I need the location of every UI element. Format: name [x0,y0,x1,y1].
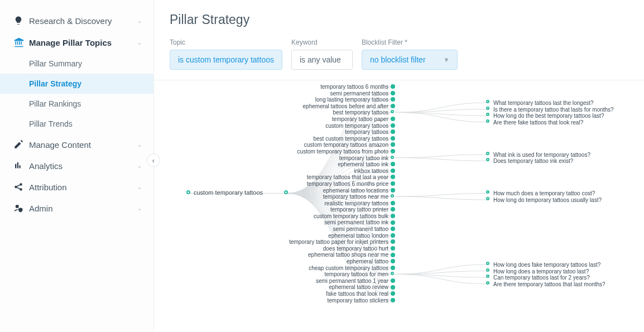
tree-visualization[interactable]: custom temporary tattoostemporary tattoo… [170,80,628,320]
svg-point-3 [16,205,19,208]
nav-attribution[interactable]: Attribution⌄ [0,176,153,198]
mid-node-dot[interactable] [391,220,395,225]
leaf-node-dot[interactable] [486,262,489,265]
mid-node-dot[interactable] [391,104,395,108]
leaf-node-dot[interactable] [486,119,489,123]
nav-research-discovery[interactable]: Research & Discovery⌄ [0,10,153,31]
mid-node-label[interactable]: semi permanent tattoo ink [280,219,388,226]
mid-node-label[interactable]: temporary tattoos for men [280,271,388,278]
mid-node-label[interactable]: semi permanent tattoo 1 year [280,278,388,285]
filter-blocklist-value[interactable]: no blocklist filter ▼ [362,50,458,70]
mid-node-label[interactable]: custom temporary tattoos bulk [280,213,388,220]
leaf-node-label[interactable]: How long does fake temporary tattoos las… [493,262,605,268]
mid-node-label[interactable]: custom temporary tattoos [280,123,388,129]
mid-node-label[interactable]: does temporary tattoo hurt [280,246,388,252]
leaf-node-dot[interactable] [486,107,489,110]
nav-manage-content[interactable]: Manage Content⌄ [0,134,153,155]
mid-node-dot[interactable] [391,285,395,290]
leaf-node-label[interactable]: Are there fake tattoos that look real? [493,119,614,126]
mid-node-label[interactable]: custom temporary tattoos amazon [280,142,388,148]
mid-node-label[interactable]: temporary tattoo paper for inkjet printe… [280,239,388,246]
nav-label: Pillar Strategy [29,79,142,88]
mid-node-dot[interactable] [391,156,394,159]
mid-node-dot[interactable] [391,169,395,173]
mid-node-label[interactable]: cheap custom temporary tattoos [280,265,388,272]
leaf-node-label[interactable]: What ink is used for temporary tattoos? [493,152,590,158]
mid-node-label[interactable]: temporary tattoo ink [280,155,388,162]
nav-analytics[interactable]: Analytics⌄ [0,155,153,176]
svg-point-1 [20,183,22,186]
mid-node-dot[interactable] [391,253,395,257]
nav-pillar-strategy[interactable]: Pillar Strategy [0,74,153,94]
leaf-node-label[interactable]: How much does a temporary tattoo cost? [493,190,602,197]
chevron-down-icon: ⌄ [137,162,142,170]
mid-node-label[interactable]: temporary tattoos near me [280,194,388,200]
mid-node-label[interactable]: temporary tattoos [280,129,388,136]
svg-point-0 [15,186,17,189]
leaf-node-label[interactable]: Does temporary tattoo ink exist? [493,158,590,165]
mid-node-label[interactable]: ephemeral tattoo ink [280,161,388,168]
mid-node-label[interactable]: semi permanent tattoos [280,90,388,97]
nav-manage-pillar-topics[interactable]: Manage Pillar Topics⌄ [0,31,153,54]
mid-node-label[interactable]: semi permanent tattoo [280,226,388,233]
mid-node-dot[interactable] [391,298,395,302]
sidebar-collapse-button[interactable]: ‹ [147,153,160,167]
filter-keyword-value[interactable]: is any value [291,50,353,70]
nav-pillar-rankings[interactable]: Pillar Rankings [0,94,153,114]
mid-node-label[interactable]: best temporary tattoos [280,109,388,116]
mid-node-dot[interactable] [391,136,395,141]
mid-node-dot[interactable] [391,188,395,193]
mid-node-label[interactable]: ephemeral tattoo london [280,233,388,239]
mid-node-label[interactable]: long lasting temporary tattoos [280,97,388,103]
mid-node-dot[interactable] [391,278,395,283]
leaf-node-dot[interactable] [486,197,489,200]
mid-node-dot[interactable] [391,181,395,186]
mid-node-label[interactable]: ephemeral tattoo [280,258,388,265]
leaf-node-label[interactable]: Are there temporary tattoos that last mo… [493,281,605,288]
mid-node-label[interactable]: fake tattoos that look real [280,291,388,297]
mid-node-label[interactable]: temporary tattoos that last a year [280,174,388,181]
leaf-node-label[interactable]: How long does a temporary tatoo last? [493,268,605,275]
mid-node-dot[interactable] [391,149,395,153]
mid-node-dot[interactable] [391,117,395,121]
leaf-node-label[interactable]: How long do temporary tattoos usually la… [493,197,602,204]
filter-topic-label: Topic [170,39,282,46]
mid-node-label[interactable]: ephemeral tattoo shops near me [280,252,388,258]
mid-node-dot[interactable] [391,123,395,128]
leaf-node-dot[interactable] [486,281,489,285]
mid-node-label[interactable]: ephemeral tattoo locations [280,187,388,194]
filter-topic-value[interactable]: is custom temporary tattoos [170,50,282,70]
nav-pillar-summary[interactable]: Pillar Summary [0,54,153,74]
leaf-node-label[interactable]: What temporary tattoos last the longest? [493,100,614,107]
mid-node-label[interactable]: temporary tattoo paper [280,116,388,123]
nav-label: Attribution [29,182,137,192]
mid-node-label[interactable]: temporary tattoos 6 months [280,84,388,90]
mid-node-dot[interactable] [391,233,395,238]
mid-node-dot[interactable] [391,266,395,270]
mid-node-label[interactable]: ephemeral tattoo review [280,284,388,291]
mid-node-label[interactable]: inkbox tattoos [280,168,388,175]
page-title: Pillar Strategy [170,12,628,27]
chevron-down-icon: ⌄ [137,141,142,148]
mid-node-dot[interactable] [391,201,395,205]
nav-pillar-trends[interactable]: Pillar Trends [0,114,153,134]
mid-node-dot[interactable] [391,214,395,218]
leaf-node-label[interactable]: How long do the best temporary tattoos l… [493,113,614,119]
leaf-node-dot[interactable] [486,152,489,155]
leaf-node-label[interactable]: Can temporary tattoos last for 2 years? [493,275,605,281]
mid-node-label[interactable]: ephemeral tattoos before and after [280,103,388,110]
mid-node-label[interactable]: custom temporary tattoos from photo [280,148,388,155]
leaf-node-dot[interactable] [486,100,489,103]
nav-admin[interactable]: Admin⌄ [0,198,153,219]
mid-node-label[interactable]: temporary tattoo printer [280,206,388,213]
leaf-node-dot[interactable] [486,268,489,272]
mid-node-label[interactable]: realistic temporary tattoos [280,200,388,207]
root-node-label[interactable]: custom temporary tattoos [194,189,263,196]
mid-node-label[interactable]: best custom temporary tattoos [280,136,388,142]
mid-node-label[interactable]: temporary tattoos 6 months price [280,181,388,187]
mid-node-dot[interactable] [391,91,395,95]
leaf-node-label[interactable]: Is there a temporary tattoo that lasts f… [493,107,614,113]
mid-node-dot[interactable] [391,84,395,89]
mid-node-label[interactable]: temporary tattoo stickers [280,297,388,304]
mid-node-dot[interactable] [391,246,395,251]
